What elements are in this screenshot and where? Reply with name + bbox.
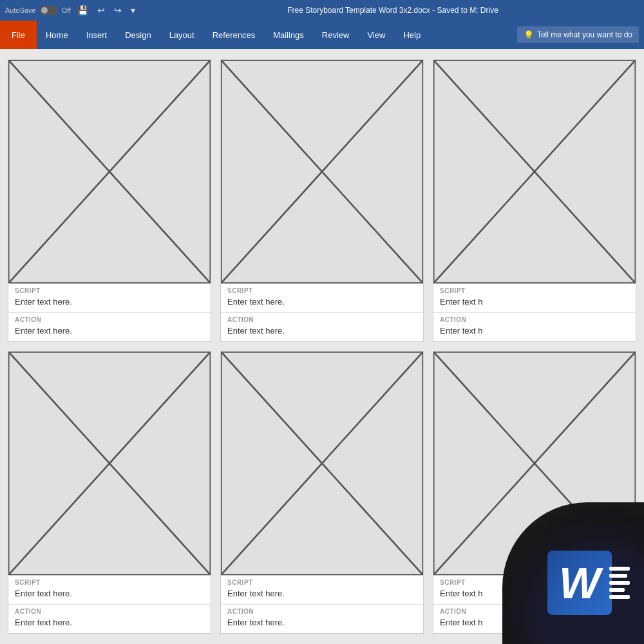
cell-5-action-row[interactable]: ACTION Enter text here. [221, 605, 423, 633]
cell-3-script-label: SCRIPT [440, 287, 629, 294]
customize-icon[interactable]: ▾ [128, 4, 138, 17]
tab-design[interactable]: Design [116, 21, 160, 49]
cell-2-script-label: SCRIPT [227, 287, 417, 294]
tab-home[interactable]: Home [37, 21, 77, 49]
cell-1-script-label: SCRIPT [15, 287, 204, 294]
image-placeholder-5 [221, 352, 423, 575]
word-letter: W [559, 558, 600, 608]
cell-1-action-value[interactable]: Enter text here. [15, 326, 72, 336]
storyboard-cell-2: SCRIPT Enter text here. ACTION Enter tex… [220, 59, 424, 342]
document-title: Free Storyboard Template Word 3x2.docx -… [147, 6, 639, 15]
cell-1-action-label: ACTION [15, 316, 204, 323]
image-placeholder-1 [8, 60, 211, 283]
word-line-4 [609, 588, 625, 592]
cell-3-action-row[interactable]: ACTION Enter text h [433, 313, 636, 341]
ribbon: File Home Insert Design Layout Reference… [0, 21, 644, 49]
tab-layout[interactable]: Layout [160, 21, 204, 49]
storyboard-cell-3: SCRIPT Enter text h ACTION Enter text h [433, 59, 636, 342]
cell-3-action-label: ACTION [440, 316, 629, 323]
cell-5-script-value[interactable]: Enter text here. [227, 589, 285, 598]
cell-2-action-row[interactable]: ACTION Enter text here. [221, 313, 423, 341]
tab-review[interactable]: Review [313, 21, 359, 49]
tab-mailings[interactable]: Mailings [264, 21, 313, 49]
cell-3-script-value[interactable]: Enter text h [440, 297, 482, 307]
autosave-toggle[interactable] [40, 6, 58, 15]
title-bar-left: AutoSave Off 💾 ↩ ↪ ▾ [5, 4, 147, 17]
title-bar: AutoSave Off 💾 ↩ ↪ ▾ Free Storyboard Tem… [0, 0, 644, 21]
save-icon[interactable]: 💾 [75, 4, 91, 17]
cell-1-script-value[interactable]: Enter text here. [15, 297, 72, 307]
cell-4-script-label: SCRIPT [15, 579, 204, 586]
tell-me-box[interactable]: 💡 Tell me what you want to do [517, 26, 639, 43]
cell-2-script-row[interactable]: SCRIPT Enter text here. [221, 284, 423, 313]
cell-2-action-value[interactable]: Enter text here. [227, 326, 285, 336]
cell-1-script-row[interactable]: SCRIPT Enter text here. [8, 284, 211, 313]
undo-icon[interactable]: ↩ [95, 4, 108, 17]
cell-4-action-value[interactable]: Enter text here. [15, 618, 72, 627]
cell-3-fields: SCRIPT Enter text h ACTION Enter text h [433, 283, 636, 341]
off-label: Off [62, 6, 71, 14]
word-logo-icon: W [547, 551, 612, 615]
word-line-1 [609, 567, 630, 571]
cell-5-fields: SCRIPT Enter text here. ACTION Enter tex… [221, 575, 423, 633]
cell-3-script-row[interactable]: SCRIPT Enter text h [433, 284, 636, 313]
tell-me-text: Tell me what you want to do [537, 30, 632, 39]
image-placeholder-4 [8, 352, 211, 575]
word-line-3 [609, 581, 630, 585]
cell-1-fields: SCRIPT Enter text here. ACTION Enter tex… [8, 283, 211, 341]
tab-file[interactable]: File [0, 21, 37, 49]
cell-5-action-value[interactable]: Enter text here. [227, 618, 285, 627]
word-logo: W [535, 538, 625, 628]
image-placeholder-3 [433, 60, 636, 283]
tab-insert[interactable]: Insert [77, 21, 117, 49]
cell-6-action-value[interactable]: Enter text h [440, 618, 482, 627]
cell-5-script-row[interactable]: SCRIPT Enter text here. [221, 576, 423, 605]
cell-1-action-row[interactable]: ACTION Enter text here. [8, 313, 211, 341]
storyboard-cell-4: SCRIPT Enter text here. ACTION Enter tex… [8, 351, 211, 634]
cell-6-script-value[interactable]: Enter text h [440, 589, 482, 598]
autosave-knob [41, 7, 48, 14]
word-line-5 [609, 595, 630, 599]
tab-view[interactable]: View [358, 21, 394, 49]
cell-2-action-label: ACTION [227, 316, 417, 323]
cell-4-action-row[interactable]: ACTION Enter text here. [8, 605, 211, 633]
cell-3-action-value[interactable]: Enter text h [440, 326, 482, 336]
image-placeholder-2 [221, 60, 423, 283]
cell-2-script-value[interactable]: Enter text here. [227, 297, 285, 307]
autosave-label: AutoSave [5, 6, 36, 14]
storyboard-cell-1: SCRIPT Enter text here. ACTION Enter tex… [8, 59, 211, 342]
tab-help[interactable]: Help [394, 21, 430, 49]
cell-4-action-label: ACTION [15, 608, 204, 615]
word-logo-lines [609, 567, 630, 599]
redo-icon[interactable]: ↪ [111, 4, 124, 17]
word-line-2 [609, 574, 627, 578]
cell-5-script-label: SCRIPT [227, 579, 417, 586]
tab-references[interactable]: References [204, 21, 264, 49]
cell-4-script-value[interactable]: Enter text here. [15, 589, 72, 598]
cell-4-fields: SCRIPT Enter text here. ACTION Enter tex… [8, 575, 211, 633]
cell-2-fields: SCRIPT Enter text here. ACTION Enter tex… [221, 283, 423, 341]
main-wrapper: SCRIPT Enter text here. ACTION Enter tex… [0, 49, 644, 644]
storyboard-cell-5: SCRIPT Enter text here. ACTION Enter tex… [220, 351, 424, 634]
cell-5-action-label: ACTION [227, 608, 417, 615]
lightbulb-icon: 💡 [524, 30, 534, 40]
cell-4-script-row[interactable]: SCRIPT Enter text here. [8, 576, 211, 605]
